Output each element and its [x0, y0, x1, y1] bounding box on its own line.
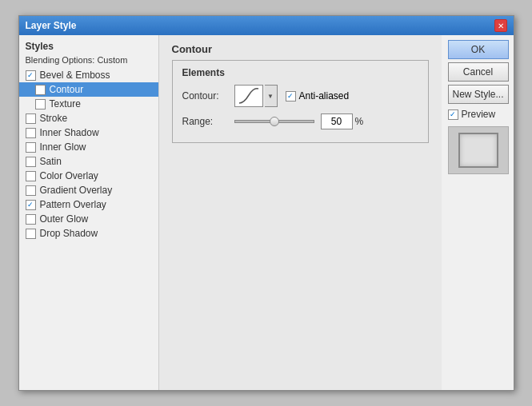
- sidebar-item-satin[interactable]: Satin: [19, 154, 158, 169]
- anti-aliased-row: ✓ Anti-aliased: [286, 90, 350, 102]
- contour-dropdown-button[interactable]: ▼: [265, 85, 278, 107]
- sidebar-item-texture[interactable]: Texture: [19, 97, 158, 111]
- range-label: Range:: [182, 116, 234, 127]
- preview-label: Preview: [462, 109, 496, 120]
- pattern-overlay-label: Pattern Overlay: [40, 199, 106, 210]
- inner-glow-checkbox[interactable]: [26, 142, 36, 153]
- gradient-overlay-checkbox[interactable]: [26, 185, 36, 196]
- title-bar: Layer Style ✕: [19, 16, 514, 35]
- sidebar-item-pattern-overlay[interactable]: ✓ Pattern Overlay: [19, 197, 158, 212]
- inner-glow-label: Inner Glow: [40, 141, 86, 153]
- stroke-checkbox[interactable]: [26, 113, 36, 124]
- sidebar-item-stroke[interactable]: Stroke: [19, 111, 158, 125]
- elements-section: Elements Contour: ▼ ✓: [172, 60, 429, 143]
- dialog-title: Layer Style: [26, 20, 77, 31]
- bevel-emboss-checkbox[interactable]: ✓: [26, 70, 36, 81]
- preview-inner: [458, 133, 498, 168]
- styles-header: Styles: [19, 38, 158, 54]
- blending-options-label: Blending Options: Custom: [19, 54, 158, 68]
- outer-glow-checkbox[interactable]: [26, 214, 36, 225]
- color-overlay-label: Color Overlay: [40, 170, 98, 181]
- color-overlay-checkbox[interactable]: [26, 171, 36, 181]
- preview-checkbox[interactable]: ✓: [448, 109, 458, 120]
- preview-box: [448, 126, 509, 174]
- right-panel: OK Cancel New Style... ✓ Preview: [442, 35, 514, 390]
- anti-aliased-label: Anti-aliased: [299, 90, 350, 102]
- section-title: Contour: [172, 43, 429, 55]
- anti-aliased-checkbox[interactable]: ✓: [286, 91, 296, 102]
- satin-label: Satin: [40, 156, 62, 167]
- range-unit: %: [355, 116, 364, 127]
- sidebar-item-drop-shadow[interactable]: Drop Shadow: [19, 226, 158, 241]
- bevel-emboss-label: Bevel & Emboss: [40, 70, 110, 81]
- contour-checkbox[interactable]: ✓: [35, 85, 46, 95]
- range-control: %: [234, 113, 364, 129]
- drop-shadow-checkbox[interactable]: [26, 229, 36, 239]
- sidebar-item-outer-glow[interactable]: Outer Glow: [19, 212, 158, 226]
- sidebar-item-color-overlay[interactable]: Color Overlay: [19, 169, 158, 183]
- contour-preview[interactable]: [234, 85, 263, 107]
- ok-button[interactable]: OK: [448, 40, 509, 59]
- contour-label: Contour: [50, 84, 84, 95]
- satin-checkbox[interactable]: [26, 157, 36, 167]
- new-style-button[interactable]: New Style...: [448, 85, 509, 104]
- range-slider-container: [234, 115, 314, 128]
- sidebar-item-inner-shadow[interactable]: Inner Shadow: [19, 125, 158, 140]
- sidebar-item-contour[interactable]: ✓ Contour: [19, 82, 158, 97]
- main-content: Contour Elements Contour: ▼: [159, 35, 442, 390]
- stroke-label: Stroke: [40, 113, 68, 124]
- contour-icon: [238, 87, 260, 105]
- texture-label: Texture: [50, 98, 81, 109]
- range-row: Range: %: [182, 113, 418, 129]
- left-panel: Styles Blending Options: Custom ✓ Bevel …: [19, 35, 159, 390]
- texture-checkbox[interactable]: [35, 99, 46, 109]
- gradient-overlay-label: Gradient Overlay: [40, 185, 113, 196]
- sidebar-item-gradient-overlay[interactable]: Gradient Overlay: [19, 183, 158, 197]
- elements-title: Elements: [182, 67, 418, 78]
- drop-shadow-label: Drop Shadow: [40, 228, 98, 239]
- range-input[interactable]: [321, 113, 353, 129]
- pattern-overlay-checkbox[interactable]: ✓: [26, 200, 36, 210]
- inner-shadow-label: Inner Shadow: [40, 127, 99, 138]
- range-slider[interactable]: [234, 120, 314, 123]
- cancel-button[interactable]: Cancel: [448, 62, 509, 82]
- layer-style-dialog: Layer Style ✕ Styles Blending Options: C…: [18, 15, 514, 391]
- sidebar-item-inner-glow[interactable]: Inner Glow: [19, 140, 158, 154]
- outer-glow-label: Outer Glow: [40, 213, 89, 225]
- sidebar-item-bevel-emboss[interactable]: ✓ Bevel & Emboss: [19, 68, 158, 82]
- dialog-body: Styles Blending Options: Custom ✓ Bevel …: [19, 35, 514, 390]
- inner-shadow-checkbox[interactable]: [26, 128, 36, 138]
- contour-control: ▼ ✓ Anti-aliased: [234, 85, 350, 107]
- preview-label-row: ✓ Preview: [448, 109, 507, 120]
- close-button[interactable]: ✕: [494, 19, 507, 32]
- contour-row: Contour: ▼ ✓ Anti-aliased: [182, 85, 418, 107]
- contour-field-label: Contour:: [182, 90, 234, 102]
